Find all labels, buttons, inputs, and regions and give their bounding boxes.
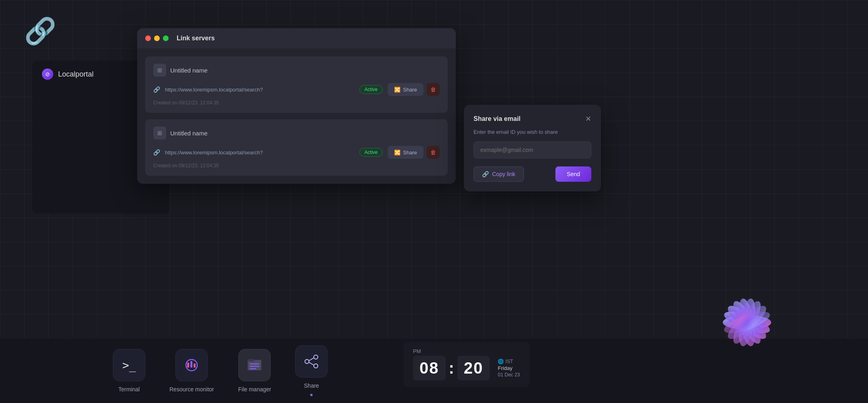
taskbar-label-share: Share: [304, 382, 319, 389]
taskbar-item-file-manager[interactable]: File manager: [238, 349, 271, 393]
taskbar-item-resource-monitor[interactable]: Resource monitor: [169, 349, 214, 393]
card-header-2: ⊞ Untitled name: [153, 127, 440, 139]
popup-actions: 🔗 Copy link Send: [474, 166, 591, 182]
clock-separator: :: [449, 359, 454, 377]
share-popup: Share via email ✕ Enter the email ID you…: [464, 105, 601, 191]
clock-minutes: 20: [457, 356, 490, 380]
card-url-row-2: 🔗 https://www.loremipsm.localportal/sear…: [153, 146, 440, 159]
clock-hours: 08: [413, 356, 446, 380]
globe-icon: 🌐: [498, 359, 504, 364]
terminal-icon: >_: [113, 349, 145, 381]
window-content: ⊞ Untitled name 🔗 https://www.loremipsm.…: [137, 48, 456, 184]
share-icon-1: 🔀: [394, 87, 401, 93]
email-input[interactable]: [474, 141, 591, 158]
svg-point-9: [314, 355, 318, 359]
server-icon-1: ⊞: [153, 64, 166, 77]
share-button-1[interactable]: 🔀 Share: [388, 83, 424, 96]
server-card-1: ⊞ Untitled name 🔗 https://www.loremipsm.…: [145, 56, 448, 113]
taskbar-item-terminal[interactable]: >_ Terminal: [113, 349, 145, 393]
svg-rect-3: [194, 364, 196, 368]
clock-time-display: 08 : 20 🌐 IST Friday 01 Dec 23: [413, 356, 520, 380]
share-app-icon: [295, 345, 328, 378]
link-servers-window: Link servers ⊞ Untitled name 🔗 https://w…: [137, 28, 456, 184]
created-text-2: Created on 09/12/23, 12:04:35: [153, 163, 440, 168]
link-icon-2: 🔗: [153, 149, 160, 156]
server-card-2: ⊞ Untitled name 🔗 https://www.loremipsm.…: [145, 119, 448, 176]
taskbar-label-terminal: Terminal: [119, 386, 140, 393]
copy-link-button[interactable]: 🔗 Copy link: [474, 166, 524, 182]
delete-button-2[interactable]: 🗑: [427, 146, 440, 159]
clock-widget: PM 08 : 20 🌐 IST Friday 01 Dec 23: [403, 342, 530, 387]
send-button[interactable]: Send: [555, 166, 591, 182]
svg-rect-1: [187, 363, 189, 368]
svg-point-11: [314, 364, 318, 368]
url-text-2: https://www.loremipsm.localportal/search…: [165, 150, 355, 156]
url-text-1: https://www.loremipsm.localportal/search…: [165, 87, 355, 93]
card-actions-1: 🔀 Share 🗑: [388, 83, 440, 96]
share-icon-2: 🔀: [394, 150, 401, 156]
clock-info: 🌐 IST Friday 01 Dec 23: [498, 359, 520, 378]
status-badge-2: Active: [359, 148, 383, 157]
card-actions-2: 🔀 Share 🗑: [388, 146, 440, 159]
clock-day: Friday: [498, 365, 520, 371]
card-name-1: Untitled name: [170, 67, 208, 74]
clock-period: PM: [413, 348, 520, 354]
clock-timezone: 🌐 IST: [498, 359, 520, 364]
traffic-light-yellow[interactable]: [154, 35, 160, 41]
svg-point-10: [305, 359, 309, 364]
window-title: Link servers: [177, 35, 215, 42]
clock-date: 01 Dec 23: [498, 372, 520, 378]
popup-header: Share via email ✕: [474, 114, 591, 123]
taskbar-item-share[interactable]: Share: [295, 345, 328, 396]
server-icon-2: ⊞: [153, 127, 166, 139]
traffic-light-green[interactable]: [163, 35, 169, 41]
svg-rect-2: [190, 361, 192, 368]
svg-rect-5: [248, 359, 254, 361]
window-titlebar: Link servers: [137, 28, 456, 48]
created-text-1: Created on 09/12/23, 12:04:35: [153, 100, 440, 106]
share-button-2[interactable]: 🔀 Share: [388, 146, 424, 159]
link-copy-icon: 🔗: [482, 171, 489, 177]
terminal-chevron-icon: >_: [122, 359, 136, 372]
taskbar-label-resource: Resource monitor: [169, 386, 214, 393]
localportal-title: Localportal: [58, 70, 94, 79]
resource-monitor-icon: [175, 349, 208, 381]
traffic-light-red[interactable]: [145, 35, 151, 41]
popup-title: Share via email: [474, 115, 521, 123]
file-manager-icon: [238, 349, 271, 381]
close-popup-button[interactable]: ✕: [585, 114, 591, 123]
taskbar-label-file-manager: File manager: [238, 386, 271, 393]
card-name-2: Untitled name: [170, 130, 208, 137]
chain-icon: 🔗: [24, 16, 56, 46]
popup-subtitle: Enter the email ID you wish to share: [474, 129, 591, 135]
card-header-1: ⊞ Untitled name: [153, 64, 440, 77]
link-icon-1: 🔗: [153, 86, 160, 93]
spiral-decoration: [691, 266, 803, 379]
taskbar-active-dot: [310, 394, 313, 396]
svg-line-12: [309, 358, 314, 361]
status-badge-1: Active: [359, 85, 383, 94]
card-url-row-1: 🔗 https://www.loremipsm.localportal/sear…: [153, 83, 440, 96]
delete-button-1[interactable]: 🗑: [427, 83, 440, 96]
localportal-logo: ⊘: [42, 69, 53, 80]
svg-line-13: [309, 362, 314, 365]
